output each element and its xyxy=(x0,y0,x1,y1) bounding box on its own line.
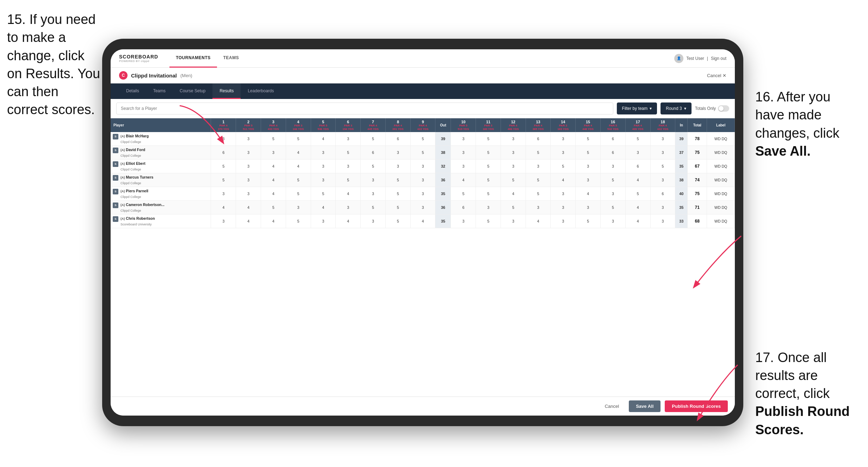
score-hole-13[interactable]: 5 xyxy=(526,187,551,201)
score-hole-13[interactable]: 5 xyxy=(526,173,551,187)
score-hole-1[interactable]: 3 xyxy=(211,132,236,146)
score-hole-2[interactable]: 3 xyxy=(236,187,261,201)
score-hole-4[interactable]: 4 xyxy=(286,160,311,173)
score-hole-10[interactable]: 5 xyxy=(451,187,476,201)
score-hole-16[interactable]: 6 xyxy=(601,146,626,160)
score-hole-12[interactable]: 3 xyxy=(501,160,526,173)
save-all-button[interactable]: Save All xyxy=(629,400,661,412)
score-hole-8[interactable]: 3 xyxy=(385,160,410,173)
score-hole-12[interactable]: 4 xyxy=(501,187,526,201)
score-hole-11[interactable]: 3 xyxy=(476,201,501,214)
score-hole-8[interactable]: 5 xyxy=(385,187,410,201)
score-hole-8[interactable]: 5 xyxy=(385,173,410,187)
score-hole-9[interactable]: 5 xyxy=(410,132,435,146)
score-hole-1[interactable]: 3 xyxy=(211,214,236,228)
score-hole-6[interactable]: 3 xyxy=(336,160,361,173)
score-hole-11[interactable]: 5 xyxy=(476,187,501,201)
score-hole-2[interactable]: 3 xyxy=(236,160,261,173)
score-hole-10[interactable]: 6 xyxy=(451,201,476,214)
score-hole-2[interactable]: 3 xyxy=(236,146,261,160)
score-hole-4[interactable]: 3 xyxy=(286,201,311,214)
score-hole-7[interactable]: 3 xyxy=(361,187,386,201)
score-hole-17[interactable]: 5 xyxy=(625,187,650,201)
score-hole-6[interactable]: 4 xyxy=(336,187,361,201)
filter-by-team-button[interactable]: Filter by team ▾ xyxy=(617,102,657,114)
score-hole-11[interactable]: 5 xyxy=(476,160,501,173)
score-hole-17[interactable]: 4 xyxy=(625,201,650,214)
score-hole-3[interactable]: 4 xyxy=(261,187,286,201)
score-hole-17[interactable]: 5 xyxy=(625,132,650,146)
score-hole-1[interactable]: 5 xyxy=(211,160,236,173)
score-hole-15[interactable]: 5 xyxy=(576,132,601,146)
score-hole-15[interactable]: 5 xyxy=(576,214,601,228)
nav-link-tournaments[interactable]: TOURNAMENTS xyxy=(169,49,217,68)
score-hole-12[interactable]: 3 xyxy=(501,146,526,160)
score-hole-18[interactable]: 6 xyxy=(650,187,675,201)
score-hole-14[interactable]: 3 xyxy=(551,187,576,201)
score-hole-7[interactable]: 3 xyxy=(361,173,386,187)
score-hole-5[interactable]: 4 xyxy=(311,132,336,146)
score-hole-3[interactable]: 3 xyxy=(261,146,286,160)
score-hole-15[interactable]: 3 xyxy=(576,201,601,214)
score-hole-13[interactable]: 5 xyxy=(526,146,551,160)
score-hole-7[interactable]: 3 xyxy=(361,214,386,228)
score-hole-18[interactable]: 3 xyxy=(650,132,675,146)
score-hole-18[interactable]: 3 xyxy=(650,214,675,228)
score-hole-3[interactable]: 4 xyxy=(261,173,286,187)
totals-toggle-switch[interactable] xyxy=(718,105,729,112)
score-hole-16[interactable]: 3 xyxy=(601,160,626,173)
score-hole-7[interactable]: 5 xyxy=(361,132,386,146)
tab-details[interactable]: Details xyxy=(119,83,146,99)
score-hole-10[interactable]: 3 xyxy=(451,214,476,228)
score-hole-14[interactable]: 3 xyxy=(551,132,576,146)
score-hole-15[interactable]: 4 xyxy=(576,187,601,201)
score-hole-9[interactable]: 3 xyxy=(410,201,435,214)
tab-leaderboards[interactable]: Leaderboards xyxy=(241,83,281,99)
tab-results[interactable]: Results xyxy=(212,83,241,99)
score-hole-9[interactable]: 3 xyxy=(410,187,435,201)
score-hole-5[interactable]: 5 xyxy=(311,187,336,201)
score-hole-13[interactable]: 3 xyxy=(526,160,551,173)
score-hole-11[interactable]: 5 xyxy=(476,173,501,187)
score-hole-14[interactable]: 3 xyxy=(551,146,576,160)
score-hole-7[interactable]: 6 xyxy=(361,146,386,160)
score-hole-18[interactable]: 3 xyxy=(650,201,675,214)
score-hole-8[interactable]: 6 xyxy=(385,132,410,146)
score-hole-5[interactable]: 3 xyxy=(311,146,336,160)
score-hole-18[interactable]: 5 xyxy=(650,160,675,173)
score-hole-17[interactable]: 4 xyxy=(625,173,650,187)
score-hole-14[interactable]: 5 xyxy=(551,160,576,173)
score-hole-1[interactable]: 4 xyxy=(211,201,236,214)
score-hole-2[interactable]: 3 xyxy=(236,132,261,146)
score-hole-15[interactable]: 3 xyxy=(576,160,601,173)
score-hole-10[interactable]: 3 xyxy=(451,160,476,173)
score-hole-4[interactable]: 5 xyxy=(286,173,311,187)
score-hole-16[interactable]: 5 xyxy=(601,173,626,187)
score-hole-12[interactable]: 5 xyxy=(501,173,526,187)
score-hole-11[interactable]: 5 xyxy=(476,214,501,228)
score-hole-3[interactable]: 4 xyxy=(261,160,286,173)
score-hole-13[interactable]: 4 xyxy=(526,214,551,228)
score-hole-17[interactable]: 4 xyxy=(625,214,650,228)
score-hole-10[interactable]: 4 xyxy=(451,173,476,187)
score-hole-1[interactable]: 5 xyxy=(211,173,236,187)
score-hole-16[interactable]: 6 xyxy=(601,132,626,146)
score-hole-9[interactable]: 3 xyxy=(410,160,435,173)
score-hole-5[interactable]: 3 xyxy=(311,173,336,187)
score-hole-3[interactable]: 5 xyxy=(261,201,286,214)
score-hole-6[interactable]: 3 xyxy=(336,201,361,214)
score-hole-2[interactable]: 3 xyxy=(236,173,261,187)
score-hole-16[interactable]: 5 xyxy=(601,201,626,214)
round-selector-button[interactable]: Round 3 ▾ xyxy=(661,102,691,114)
score-hole-4[interactable]: 5 xyxy=(286,214,311,228)
score-hole-17[interactable]: 6 xyxy=(625,160,650,173)
score-hole-2[interactable]: 4 xyxy=(236,201,261,214)
score-hole-11[interactable]: 5 xyxy=(476,132,501,146)
score-hole-18[interactable]: 3 xyxy=(650,146,675,160)
score-hole-6[interactable]: 5 xyxy=(336,173,361,187)
score-hole-3[interactable]: 5 xyxy=(261,132,286,146)
score-hole-6[interactable]: 4 xyxy=(336,214,361,228)
sign-out-link[interactable]: Sign out xyxy=(711,56,726,61)
score-hole-7[interactable]: 5 xyxy=(361,160,386,173)
score-hole-11[interactable]: 5 xyxy=(476,146,501,160)
